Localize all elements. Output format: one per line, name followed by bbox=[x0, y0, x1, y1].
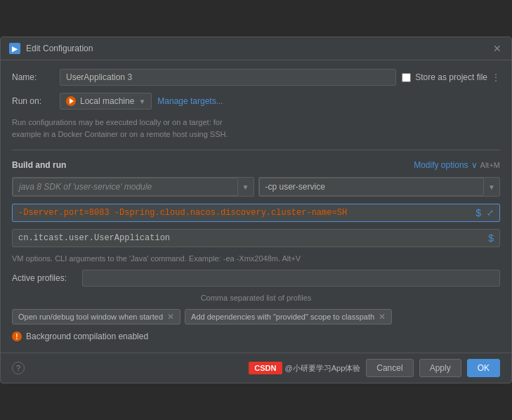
main-class-dollar-icon[interactable]: $ bbox=[483, 232, 499, 244]
name-label: Name: bbox=[12, 72, 54, 82]
tag-add-deps-close[interactable]: ✕ bbox=[379, 312, 386, 322]
cp-select-wrapper[interactable]: -cp user-service ▼ bbox=[258, 177, 501, 197]
tag-open-run-close[interactable]: ✕ bbox=[167, 312, 174, 322]
sdk-select-wrapper[interactable]: java 8 SDK of 'user-service' module ▼ bbox=[12, 177, 254, 197]
manage-targets-link[interactable]: Manage targets... bbox=[157, 96, 223, 106]
modify-options-label: Modify options bbox=[414, 160, 468, 170]
footer-buttons: CSDN @小研要学习App体验 Cancel Apply OK bbox=[249, 359, 500, 377]
vm-hint: VM options. CLI arguments to the 'Java' … bbox=[12, 254, 500, 263]
dialog-content: Name: Store as project file ⋮ Run on: Lo… bbox=[1, 60, 511, 350]
store-checkbox-row: Store as project file ⋮ bbox=[402, 72, 500, 82]
profiles-input[interactable] bbox=[82, 270, 500, 287]
close-button[interactable]: ✕ bbox=[492, 43, 503, 54]
bg-compile-row: ! Background compilation enabled bbox=[12, 332, 500, 341]
dialog-title: Edit Configuration bbox=[26, 44, 486, 53]
main-class-row: $ bbox=[12, 229, 500, 247]
comma-hint: Comma separated list of profiles bbox=[12, 294, 500, 302]
cmd-input[interactable] bbox=[13, 204, 474, 221]
tag-open-run: Open run/debug tool window when started … bbox=[12, 309, 180, 324]
run-icon bbox=[66, 96, 76, 106]
section-header-row: Build and run Modify options ∨ Alt+M bbox=[12, 160, 500, 170]
run-on-select[interactable]: Local machine ▼ bbox=[60, 93, 152, 110]
ok-button[interactable]: OK bbox=[467, 359, 500, 377]
dropdown-arrow-icon: ▼ bbox=[138, 98, 145, 105]
active-profiles-row: Active profiles: bbox=[12, 270, 500, 287]
help-icon[interactable]: ? bbox=[12, 362, 25, 374]
store-label: Store as project file bbox=[415, 72, 487, 82]
selects-row: java 8 SDK of 'user-service' module ▼ -c… bbox=[12, 177, 500, 197]
title-bar: ▶ Edit Configuration ✕ bbox=[1, 37, 511, 60]
main-class-input[interactable] bbox=[13, 230, 483, 247]
cmd-input-row: $ ⤢ bbox=[12, 204, 500, 222]
cp-select: -cp user-service bbox=[259, 178, 485, 196]
shortcut-badge: Alt+M bbox=[480, 161, 500, 169]
sdk-select: java 8 SDK of 'user-service' module bbox=[13, 178, 238, 196]
dialog-icon: ▶ bbox=[9, 43, 20, 54]
apply-button[interactable]: Apply bbox=[419, 359, 461, 377]
expand-icon[interactable]: ⤢ bbox=[485, 206, 495, 219]
watermark: @小研要学习App体验 bbox=[285, 363, 361, 374]
modify-options-arrow-icon: ∨ bbox=[471, 160, 478, 170]
error-icon: ! bbox=[12, 332, 22, 341]
tag-add-deps: Add dependencies with "provided" scope t… bbox=[185, 309, 392, 324]
run-on-value: Local machine bbox=[80, 96, 134, 106]
bg-compile-text: Background compilation enabled bbox=[26, 332, 148, 341]
dollar-icon[interactable]: $ bbox=[474, 206, 483, 220]
cmd-icons: $ ⤢ bbox=[474, 206, 499, 220]
run-hint: Run configurations may be executed local… bbox=[12, 117, 500, 140]
tag-add-deps-label: Add dependencies with "provided" scope t… bbox=[191, 313, 374, 321]
cp-dropdown-icon: ▼ bbox=[484, 183, 499, 191]
csdn-badge: CSDN bbox=[249, 362, 282, 374]
modify-options-link[interactable]: Modify options ∨ Alt+M bbox=[414, 160, 500, 170]
name-input[interactable] bbox=[60, 69, 396, 86]
dialog-footer: ? CSDN @小研要学习App体验 Cancel Apply OK bbox=[1, 353, 511, 383]
section-title: Build and run bbox=[12, 160, 66, 170]
store-checkbox[interactable] bbox=[402, 73, 411, 82]
watermark-area: CSDN @小研要学习App体验 bbox=[249, 362, 360, 374]
edit-configuration-dialog: ▶ Edit Configuration ✕ Name: Store as pr… bbox=[0, 37, 512, 383]
active-profiles-label: Active profiles: bbox=[12, 273, 75, 283]
section-divider bbox=[12, 150, 500, 150]
sdk-dropdown-icon: ▼ bbox=[238, 183, 254, 191]
run-on-row: Run on: Local machine ▼ Manage targets..… bbox=[12, 93, 500, 110]
run-on-label: Run on: bbox=[12, 96, 54, 106]
cancel-button[interactable]: Cancel bbox=[366, 359, 413, 377]
name-row: Name: Store as project file ⋮ bbox=[12, 69, 500, 86]
tag-open-run-label: Open run/debug tool window when started bbox=[18, 313, 163, 321]
store-settings-icon[interactable]: ⋮ bbox=[492, 72, 500, 82]
tags-row: Open run/debug tool window when started … bbox=[12, 309, 500, 324]
